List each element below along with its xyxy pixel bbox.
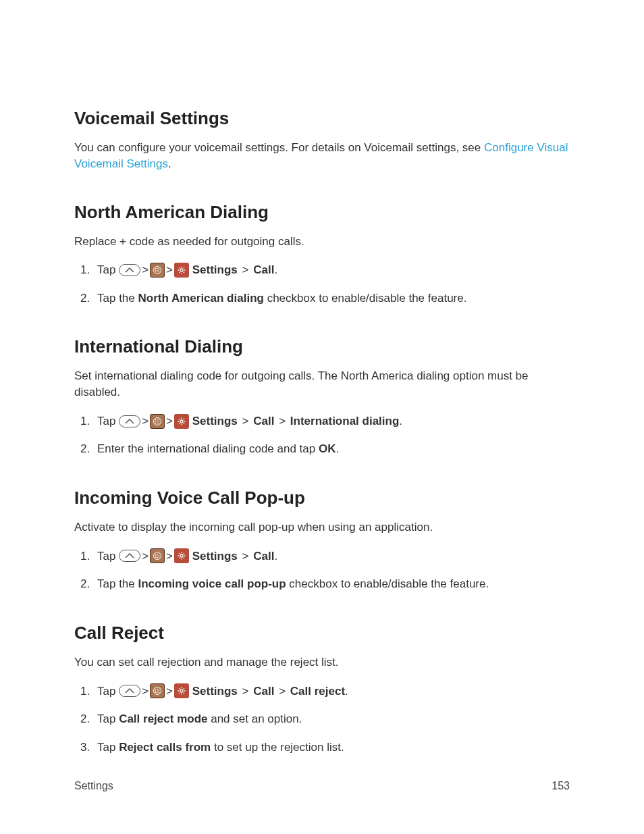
svg-point-12: [155, 419, 157, 420]
svg-point-2: [157, 268, 158, 269]
separator: >: [242, 263, 249, 276]
separator: >: [242, 550, 249, 563]
text-call: Call: [253, 415, 274, 427]
text-bold: Incoming voice call pop-up: [138, 577, 286, 590]
list-item: Tap >> Settings > Call > Call reject.: [93, 683, 570, 700]
gear-icon: [174, 548, 189, 563]
separator: >: [242, 415, 249, 427]
svg-point-5: [157, 269, 158, 271]
svg-point-29: [155, 557, 157, 558]
text: to set up the rejection list.: [211, 741, 344, 754]
popup-steps: Tap >> Settings > Call. Tap the Incoming…: [74, 548, 570, 593]
reject-intro: You can set call rejection and manage th…: [74, 654, 570, 671]
footer-page-number: 153: [552, 780, 570, 792]
svg-point-13: [157, 419, 158, 420]
reject-steps: Tap >> Settings > Call > Call reject. Ta…: [74, 683, 570, 756]
text-settings: Settings: [189, 415, 238, 427]
list-item: Tap the Incoming voice call pop-up check…: [93, 575, 570, 593]
voicemail-intro: You can configure your voicemail setting…: [74, 140, 570, 172]
svg-point-39: [159, 690, 160, 692]
svg-point-43: [180, 689, 183, 692]
separator: >: [166, 550, 173, 563]
svg-point-21: [180, 420, 183, 423]
svg-point-6: [159, 269, 160, 271]
section-north-american-dialing: North American Dialing Replace + code as…: [74, 202, 570, 307]
text-settings: Settings: [189, 550, 238, 563]
popup-intro: Activate to display the incoming call po…: [74, 519, 570, 536]
text: .: [345, 685, 348, 698]
svg-point-7: [155, 271, 157, 273]
text-call: Call: [253, 263, 274, 276]
svg-point-31: [159, 557, 160, 558]
text: Tap: [97, 550, 119, 563]
text: .: [399, 415, 402, 427]
apps-icon: [150, 263, 165, 278]
svg-point-41: [157, 692, 158, 694]
svg-point-17: [159, 421, 160, 422]
svg-point-4: [155, 269, 157, 271]
heading-nad: North American Dialing: [74, 202, 570, 223]
apps-icon: [150, 683, 165, 698]
footer-section: Settings: [74, 780, 113, 792]
svg-point-26: [155, 555, 157, 556]
svg-point-32: [180, 554, 183, 557]
list-item: Tap Reject calls from to set up the reje…: [93, 739, 570, 756]
separator: >: [166, 685, 173, 698]
text-bold: Reject calls from: [119, 741, 211, 754]
gear-icon: [174, 263, 189, 278]
list-item: Tap >> Settings > Call.: [93, 261, 570, 279]
svg-point-40: [155, 692, 157, 694]
svg-point-30: [157, 557, 158, 558]
text: Tap: [97, 741, 119, 754]
text-call: Call: [253, 685, 274, 698]
svg-point-1: [155, 268, 157, 269]
text: checkbox to enable/disable the feature.: [264, 292, 467, 305]
text: Tap the: [97, 577, 138, 590]
text-settings: Settings: [189, 263, 238, 276]
separator: >: [142, 550, 149, 563]
svg-point-37: [155, 690, 157, 692]
svg-point-20: [159, 422, 160, 423]
svg-point-42: [159, 692, 160, 694]
svg-point-10: [180, 269, 183, 271]
svg-point-19: [157, 422, 158, 423]
apps-icon: [150, 414, 165, 429]
nad-steps: Tap >> Settings > Call. Tap the North Am…: [74, 261, 570, 307]
apps-icon: [150, 548, 165, 563]
text-intl: International dialing: [290, 415, 400, 427]
page: Voicemail Settings You can configure you…: [0, 0, 644, 834]
list-item: Tap >> Settings > Call.: [93, 548, 570, 565]
text: checkbox to enable/disable the feature.: [286, 577, 489, 590]
separator: >: [242, 685, 249, 698]
text: .: [336, 442, 339, 455]
text: .: [274, 263, 277, 276]
home-icon: [119, 264, 140, 276]
text: .: [168, 157, 171, 170]
text-call: Call: [253, 550, 274, 563]
svg-point-38: [157, 690, 158, 692]
svg-point-14: [159, 419, 160, 420]
text-bold: Call reject mode: [119, 712, 207, 725]
list-item: Tap >> Settings > Call > International d…: [93, 413, 570, 430]
heading-reject: Call Reject: [74, 623, 570, 644]
separator: >: [142, 685, 149, 698]
svg-point-18: [155, 422, 157, 423]
svg-point-3: [159, 268, 160, 269]
text: Tap: [97, 415, 119, 427]
text-bold: OK: [319, 442, 336, 455]
separator: >: [279, 415, 286, 427]
home-icon: [119, 550, 140, 562]
separator: >: [166, 415, 173, 427]
svg-point-28: [159, 555, 160, 556]
svg-point-27: [157, 555, 158, 556]
home-icon: [119, 685, 140, 697]
text: Tap the: [97, 292, 138, 305]
text: .: [274, 550, 277, 563]
separator: >: [166, 263, 173, 276]
svg-point-16: [157, 421, 158, 422]
home-icon: [119, 415, 140, 427]
text-settings: Settings: [189, 685, 238, 698]
svg-point-24: [157, 554, 158, 555]
text: Tap: [97, 685, 119, 698]
list-item: Tap the North American dialing checkbox …: [93, 290, 570, 307]
